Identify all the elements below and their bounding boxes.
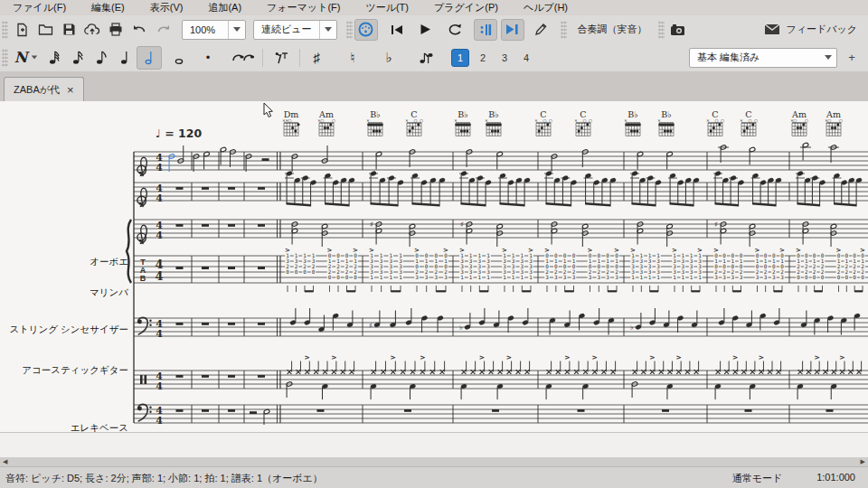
sharp-icon: ♯: [313, 50, 320, 65]
duration-eighth-button[interactable]: [90, 47, 113, 69]
tie-icon: [232, 52, 254, 64]
new-file-icon: [14, 23, 29, 37]
loop-playback-button[interactable]: [443, 19, 467, 41]
menu-plugins[interactable]: プラグイン(P): [421, 0, 511, 16]
midi-input-toggle[interactable]: [354, 19, 378, 41]
voice-1-button[interactable]: 1: [451, 49, 469, 67]
scroll-left-icon[interactable]: ◀: [0, 458, 10, 465]
flip-direction-button[interactable]: [413, 47, 440, 69]
duration-quarter-button[interactable]: [113, 47, 137, 69]
status-mode: 通常モード: [732, 472, 783, 485]
score-canvas[interactable]: オーボエ マリンバ ストリング シンセサイザー アコースティックギター エレキベ…: [0, 101, 868, 432]
play-icon: [420, 23, 431, 35]
printer-icon: [108, 23, 123, 36]
32nd-note-icon: [49, 50, 60, 65]
horizontal-scrollbar[interactable]: ◀ ▶: [0, 457, 868, 466]
voice-2-button[interactable]: 2: [475, 50, 491, 66]
duration-16th-button[interactable]: [66, 47, 90, 69]
sharp-button[interactable]: ♯: [305, 47, 328, 69]
loop-icon: [448, 23, 462, 36]
status-bar: 音符: ピッチ: D5; 長さ: 2分; 声部: 1; 小節: 1; 拍: 1;…: [0, 466, 868, 488]
voice-3-button[interactable]: 3: [496, 50, 513, 66]
rest-icon: [273, 51, 289, 65]
scroll-right-icon[interactable]: ▶: [858, 458, 868, 465]
metronome-button[interactable]: [530, 19, 553, 41]
workspace-caret[interactable]: [820, 49, 836, 67]
toolbar-grip[interactable]: [658, 21, 665, 39]
concert-pitch-button[interactable]: 合奏調（実音）: [569, 23, 656, 36]
redo-icon: [156, 23, 171, 36]
status-time: 1:01:000: [816, 472, 855, 485]
menu-bar: ファイル(F) 編集(E) 表示(V) 追加(A) フォーマット(F) ツール(…: [0, 0, 868, 15]
flip-direction-icon: [418, 51, 436, 65]
add-workspace-button[interactable]: +: [843, 49, 861, 67]
save-button[interactable]: [57, 19, 80, 41]
16th-note-icon: [72, 50, 83, 65]
toolbar-grip[interactable]: [346, 21, 353, 39]
play-repeats-toggle[interactable]: [474, 19, 497, 41]
document-tab[interactable]: ZABAが代 ×: [4, 77, 84, 101]
new-score-button[interactable]: [10, 19, 33, 41]
toolbar-grip[interactable]: [561, 21, 567, 39]
menu-view[interactable]: 表示(V): [137, 0, 196, 16]
rewind-button[interactable]: [385, 19, 409, 41]
rewind-icon: [391, 24, 403, 35]
menu-edit[interactable]: 編集(E): [79, 0, 137, 16]
menu-tools[interactable]: ツール(T): [353, 0, 421, 16]
toolbar-grip[interactable]: [2, 21, 8, 39]
menu-format[interactable]: フォーマット(F): [254, 0, 353, 16]
note-input-toolbar: N • ♯ ♮ ♭ 1 2 3 4 基本 編集済み +: [0, 43, 868, 72]
menu-add[interactable]: 追加(A): [195, 0, 254, 16]
view-mode-caret[interactable]: [319, 21, 336, 39]
toolbar-separator: [262, 49, 263, 67]
menu-file[interactable]: ファイル(F): [0, 0, 79, 16]
voice-4-button[interactable]: 4: [518, 50, 534, 66]
print-button[interactable]: [104, 19, 127, 41]
save-online-button[interactable]: [80, 19, 104, 41]
cloud-upload-icon: [84, 23, 100, 36]
instrument-label-oboe[interactable]: オーボエ: [0, 256, 128, 268]
flat-icon: ♭: [385, 50, 392, 66]
chevron-down-icon: [233, 27, 241, 32]
chevron-down-icon: [825, 55, 832, 60]
navigator-panel[interactable]: [0, 432, 868, 458]
redo-button[interactable]: [151, 19, 175, 41]
tie-button[interactable]: [229, 47, 258, 69]
note-input-button[interactable]: N: [10, 47, 42, 69]
duration-32nd-button[interactable]: [42, 47, 66, 69]
pan-score-toggle[interactable]: [501, 19, 524, 41]
camera-icon: [670, 23, 685, 36]
document-tab-title: ZABAが代: [14, 83, 60, 97]
instrument-label-marimba[interactable]: マリンバ: [0, 286, 128, 299]
quarter-note-icon: [120, 50, 129, 65]
duration-half-button[interactable]: [137, 46, 162, 70]
instrument-label-synth[interactable]: ストリング シンセサイザー: [0, 324, 128, 336]
view-mode-select[interactable]: 連続ビュー: [253, 20, 337, 40]
image-capture-button[interactable]: [666, 19, 690, 41]
pan-playback-icon: [505, 23, 519, 35]
zoom-select[interactable]: 100%: [182, 20, 246, 40]
undo-button[interactable]: [127, 19, 151, 41]
flat-button[interactable]: ♭: [377, 47, 401, 69]
undo-icon: [132, 23, 147, 36]
close-icon[interactable]: ×: [67, 83, 74, 97]
rest-button[interactable]: [268, 47, 295, 69]
augmentation-dot-button[interactable]: •: [196, 47, 220, 69]
duration-whole-button[interactable]: [167, 47, 191, 69]
toolbar-grip[interactable]: [2, 49, 8, 67]
document-tab-bar: ZABAが代 ×: [0, 71, 868, 102]
chevron-down-icon: [325, 27, 332, 32]
zoom-caret[interactable]: [228, 21, 245, 39]
play-button[interactable]: [414, 19, 438, 41]
menu-help[interactable]: ヘルプ(H): [511, 0, 580, 16]
whole-note-icon: [174, 50, 184, 65]
workspace-select[interactable]: 基本 編集済み: [689, 48, 837, 68]
workspace-value: 基本 編集済み: [690, 51, 767, 64]
zoom-value: 100%: [183, 24, 228, 35]
envelope-icon: [764, 23, 780, 35]
feedback-button[interactable]: フィードバック: [764, 23, 868, 36]
chevron-down-icon: [32, 56, 37, 60]
open-file-button[interactable]: [33, 19, 57, 41]
instrument-label-guitar[interactable]: アコースティックギター: [0, 364, 128, 377]
natural-button[interactable]: ♮: [341, 47, 364, 69]
